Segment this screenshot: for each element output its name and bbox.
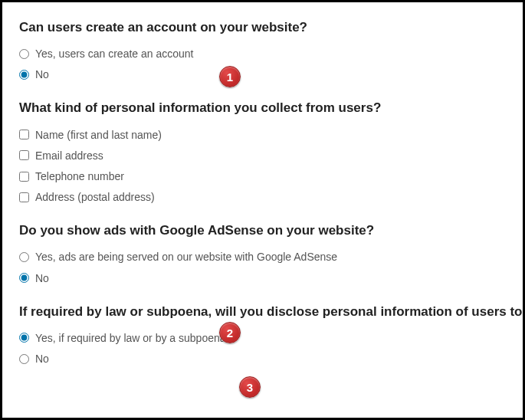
option-row: Yes, if required by law or by a subpoena — [19, 331, 507, 345]
option-label[interactable]: Telephone number — [35, 169, 124, 183]
radio-law-yes[interactable] — [19, 333, 29, 343]
question-personal-info: What kind of personal information you co… — [19, 100, 507, 204]
checkbox-address[interactable] — [19, 192, 29, 202]
question-title: If required by law or subpoena, will you… — [19, 304, 507, 320]
option-label[interactable]: Yes, if required by law or by a subpoena — [35, 331, 226, 345]
radio-account-no[interactable] — [19, 70, 29, 80]
option-row: No — [19, 67, 507, 81]
option-row: Address (postal address) — [19, 190, 507, 204]
option-label[interactable]: Address (postal address) — [35, 190, 155, 204]
option-row: Telephone number — [19, 169, 507, 183]
option-label[interactable]: No — [35, 67, 49, 81]
option-row: No — [19, 352, 507, 366]
question-law-disclosure: If required by law or subpoena, will you… — [19, 304, 507, 366]
checkbox-email[interactable] — [19, 150, 29, 160]
option-label[interactable]: Name (first and last name) — [35, 128, 162, 142]
annotation-badge-3: 3 — [239, 376, 261, 398]
radio-adsense-yes[interactable] — [19, 252, 29, 262]
annotation-badge-1: 1 — [219, 66, 241, 87]
option-row: No — [19, 271, 507, 285]
annotation-badge-2: 2 — [219, 322, 241, 343]
option-label[interactable]: Email address — [35, 149, 103, 162]
question-account: Can users create an account on your webs… — [19, 19, 507, 81]
option-label[interactable]: No — [35, 352, 49, 366]
option-row: Email address — [19, 149, 507, 162]
option-row: Yes, users can create an account — [19, 47, 507, 61]
radio-account-yes[interactable] — [19, 49, 29, 59]
checkbox-name[interactable] — [19, 130, 29, 139]
option-row: Name (first and last name) — [19, 128, 507, 142]
option-label[interactable]: No — [35, 271, 49, 285]
radio-adsense-no[interactable] — [19, 273, 29, 283]
option-row: Yes, ads are being served on our website… — [19, 250, 507, 264]
radio-law-no[interactable] — [19, 354, 29, 364]
question-title: Can users create an account on your webs… — [19, 19, 507, 36]
checkbox-telephone[interactable] — [19, 172, 29, 182]
question-title: Do you show ads with Google AdSense on y… — [19, 222, 507, 239]
question-title: What kind of personal information you co… — [19, 100, 507, 116]
question-adsense: Do you show ads with Google AdSense on y… — [19, 222, 507, 284]
option-label[interactable]: Yes, ads are being served on our website… — [35, 250, 337, 264]
option-label[interactable]: Yes, users can create an account — [35, 47, 194, 61]
